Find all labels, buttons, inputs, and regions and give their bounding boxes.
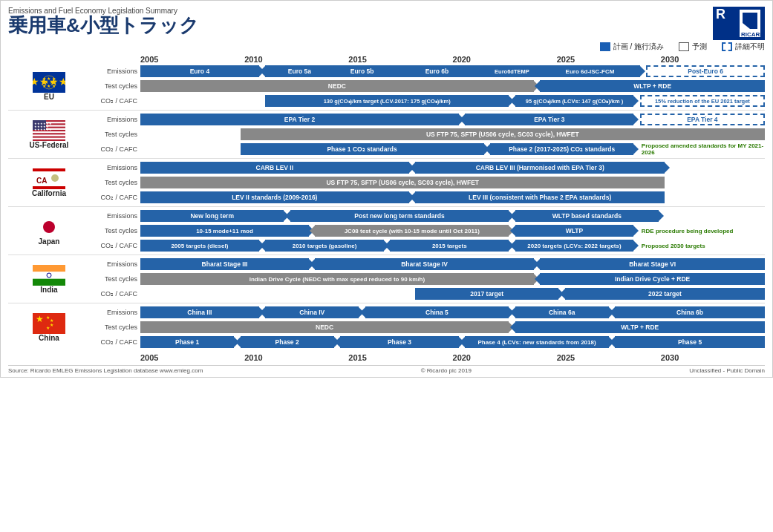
region-china-left: ★ ★ ★ ★ ★ China bbox=[8, 306, 90, 349]
region-eu-left: ★★★★★★★★★★★★ ★ ★ ★ ★ ★ ★ ★ ★ EU bbox=[8, 65, 90, 108]
us-emissions-label: Emissions bbox=[90, 116, 140, 123]
bar-jp-2010: 2010 targets (gasoline) bbox=[265, 240, 384, 252]
svg-text:★: ★ bbox=[50, 323, 53, 327]
bar-cn-phase1: Phase 1 bbox=[140, 336, 234, 348]
bar-us-phase2: Phase 2 (2017-2025) CO₂ standards bbox=[490, 143, 633, 155]
bar-china5: China 5 bbox=[365, 306, 509, 318]
svg-rect-33 bbox=[33, 278, 65, 285]
bar-cn-phase4: Phase 4 (LCVs: new standards from 2018) bbox=[465, 336, 608, 348]
svg-rect-17 bbox=[33, 134, 65, 136]
title-section: Emissions and Fuel Economy Legislation S… bbox=[8, 7, 199, 36]
svg-text:RICARDO: RICARDO bbox=[741, 31, 765, 38]
bar-us-ftp: US FTP 75, SFTP (US06 cycle, SC03 cycle)… bbox=[241, 128, 765, 140]
bar-jp-wltp2: WLTP bbox=[515, 225, 634, 237]
eu-testcycles-label: Test cycles bbox=[90, 82, 140, 90]
cn-co2-label: CO₂ / CAFC bbox=[90, 338, 140, 346]
india-flag bbox=[33, 265, 65, 286]
timeline-content: ★★★★★★★★★★★★ ★ ★ ★ ★ ★ ★ ★ ★ EU Emission… bbox=[8, 65, 765, 351]
bar-ca-ftp: US FTP 75, SFTP (US06 cycle, SC03 cycle)… bbox=[140, 177, 665, 188]
year-labels-bottom: 2005 2010 2015 2020 2025 2030 bbox=[140, 353, 765, 362]
in-co2-bars: 2017 target 2022 target bbox=[140, 287, 765, 301]
ca-emissions-label: Emissions bbox=[90, 164, 140, 171]
bar-post-euro6: Post-Euro 6 bbox=[646, 65, 765, 77]
svg-point-28 bbox=[51, 174, 59, 182]
bar-euro5b: Euro 5b bbox=[334, 65, 391, 77]
region-us-rows: Emissions EPA Tier 2 EPA Tier 3 EPA Tier… bbox=[90, 113, 765, 156]
legend-row: 計画 / 施行済み 予測 詳細不明 bbox=[8, 42, 765, 52]
page-wrapper: Emissions and Fuel Economy Legislation S… bbox=[0, 0, 773, 378]
region-japan-rows: Emissions New long term Post new long te… bbox=[90, 209, 765, 252]
bar-jp-2020: 2020 targets (LCVs: 2022 targets) bbox=[515, 240, 634, 252]
us-testcycles-bars: US FTP 75, SFTP (US06 cycle, SC03 cycle)… bbox=[140, 128, 765, 141]
bar-cn-phase5: Phase 5 bbox=[615, 336, 765, 348]
footer: Source: Ricardo EMLEG Emissions Legislat… bbox=[8, 365, 765, 374]
region-india-left: India bbox=[8, 257, 90, 301]
region-japan: Japan Emissions New long term Post new l… bbox=[8, 209, 765, 255]
svg-text:★ ★ ★: ★ ★ ★ bbox=[42, 84, 56, 88]
bar-euro5a: Euro 5a bbox=[265, 65, 334, 77]
in-testcycles-label: Test cycles bbox=[90, 275, 140, 283]
bar-jp-post-new: Post new long term standards bbox=[290, 210, 509, 222]
us-co2-row: CO₂ / CAFC Phase 1 CO₂ standards Phase 2… bbox=[90, 142, 765, 156]
bar-nedc-eu: NEDC bbox=[140, 80, 534, 92]
jp-testcycles-bars: 10-15 mode+11 mod JC08 test cycle (with … bbox=[140, 224, 765, 237]
japan-flag bbox=[33, 217, 65, 237]
bar-jp-2030: Proposed 2030 targets bbox=[640, 240, 765, 252]
bar-epa-tier3: EPA Tier 3 bbox=[465, 114, 633, 125]
bar-eu-co2-2: 95 g(CO₂)/km (LCVs: 147 g(CO₂)/km ) bbox=[515, 95, 634, 107]
cn-emissions-label: Emissions bbox=[90, 309, 140, 316]
region-china: ★ ★ ★ ★ ★ China Emissions China III Chin… bbox=[8, 306, 765, 351]
in-emissions-label: Emissions bbox=[90, 260, 140, 268]
in-co2-row: CO₂ / CAFC 2017 target 2022 target bbox=[90, 287, 765, 301]
bar-cn-wltp-rde: WLTP + RDE bbox=[515, 321, 765, 333]
jp-testcycles-row: Test cycles 10-15 mode+11 mod JC08 test … bbox=[90, 224, 765, 237]
us-co2-label: CO₂ / CAFC bbox=[90, 145, 140, 153]
logo-box: RICARDO R bbox=[713, 7, 765, 40]
bar-epa-tier4: EPA Tier 4 bbox=[640, 114, 765, 125]
bar-epa-tier2: EPA Tier 2 bbox=[140, 114, 459, 125]
year-2005-bot: 2005 bbox=[140, 353, 244, 362]
bar-eu-co2-3: 15% reduction of the EU 2021 target bbox=[640, 95, 765, 107]
year-2010: 2010 bbox=[244, 55, 348, 64]
bar-bharat4: Bharat Stage IV bbox=[315, 258, 533, 270]
svg-rect-16 bbox=[33, 131, 65, 133]
bar-euro4: Euro 4 bbox=[140, 65, 259, 77]
year-2025-bot: 2025 bbox=[557, 353, 661, 362]
bar-us-phase1: Phase 1 CO₂ standards bbox=[241, 143, 484, 155]
in-testcycles-row: Test cycles Indian Drive Cycle (NEDC wit… bbox=[90, 272, 765, 286]
bar-euro6b: Euro 6b bbox=[390, 65, 483, 77]
footer-source: Source: Ricardo EMLEG Emissions Legislat… bbox=[8, 367, 203, 374]
year-2015-bot: 2015 bbox=[348, 353, 452, 362]
region-california-name: California bbox=[32, 189, 66, 197]
china-flag: ★ ★ ★ ★ ★ bbox=[33, 313, 65, 334]
svg-rect-31 bbox=[33, 265, 65, 272]
year-2015: 2015 bbox=[348, 55, 452, 64]
cn-testcycles-bars: NEDC WLTP + RDE bbox=[140, 321, 765, 334]
region-eu-rows: Emissions Euro 4 Euro 5a Euro 5b Euro 6b bbox=[90, 65, 765, 108]
jp-co2-row: CO₂ / CAFC 2005 targets (diesel) 2010 ta… bbox=[90, 239, 765, 252]
bar-cn-phase2: Phase 2 bbox=[241, 336, 334, 348]
bar-euro6d: Euro 6d-ISC-FCM bbox=[540, 65, 640, 77]
legend-solid-label: 計画 / 施行済み bbox=[613, 42, 664, 52]
year-2020: 2020 bbox=[453, 55, 557, 64]
legend-solid-icon bbox=[600, 42, 610, 51]
year-2005: 2005 bbox=[140, 55, 244, 64]
jp-emissions-row: Emissions New long term Post new long te… bbox=[90, 209, 765, 223]
year-2020-bot: 2020 bbox=[453, 353, 557, 362]
svg-text:R: R bbox=[716, 7, 725, 22]
bar-india-rde: Indian Drive Cycle + RDE bbox=[540, 273, 765, 285]
legend-unknown-icon bbox=[722, 42, 732, 51]
svg-point-30 bbox=[43, 221, 55, 233]
bar-wltp-rde-eu: WLTP + RDE bbox=[540, 80, 765, 92]
svg-rect-2 bbox=[743, 13, 757, 23]
region-china-rows: Emissions China III China IV China 5 Chi… bbox=[90, 306, 765, 349]
bar-china3: China III bbox=[140, 306, 259, 318]
us-testcycles-label: Test cycles bbox=[90, 131, 140, 138]
main-title: 乗用車&小型トラック bbox=[8, 15, 199, 36]
in-emissions-row: Emissions Bharat Stage III Bharat Stage … bbox=[90, 257, 765, 271]
us-emissions-bars: EPA Tier 2 EPA Tier 3 EPA Tier 4 bbox=[140, 113, 765, 126]
legend-unknown-label: 詳細不明 bbox=[735, 42, 765, 52]
region-japan-left: Japan bbox=[8, 209, 90, 252]
bar-ca-lev2-std: LEV II standards (2009-2016) bbox=[140, 191, 409, 203]
bar-jp-rde: RDE procedure being developed bbox=[640, 225, 765, 237]
